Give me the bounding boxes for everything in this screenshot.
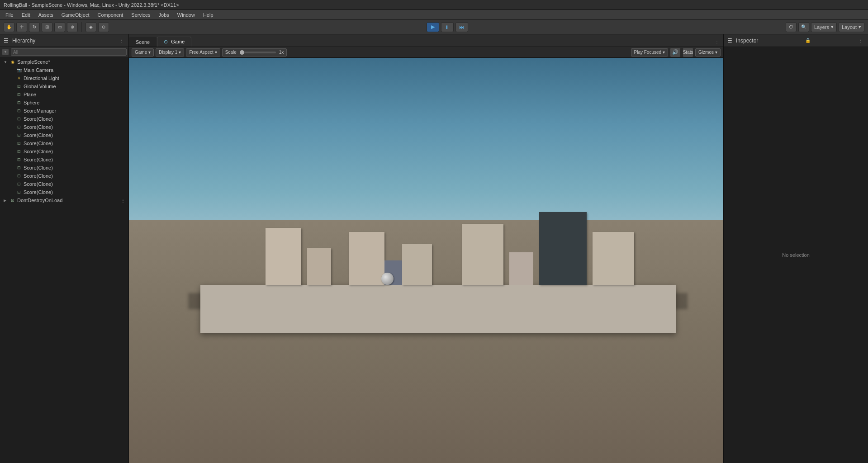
hierarchy-item-dont-destroy[interactable]: ▶ ⊡ DontDestroyOnLoad ⋮: [0, 196, 128, 204]
display-dropdown[interactable]: Game ▾: [132, 48, 154, 57]
scene-box-1: [266, 228, 301, 284]
obj-icon: ⊡: [9, 197, 16, 203]
menu-jobs[interactable]: Jobs: [155, 11, 173, 19]
layers-dropdown[interactable]: Layers ▾: [811, 22, 837, 32]
stats-label: Stats: [683, 50, 693, 55]
hierarchy-item-score-clone-2[interactable]: ⊡ Score(Clone): [0, 123, 128, 131]
scene-icon: ◉: [9, 59, 16, 65]
hierarchy-item-main-camera[interactable]: 📷 Main Camera: [0, 66, 128, 74]
hierarchy-search[interactable]: [11, 48, 127, 56]
obj-icon: ⊡: [16, 108, 22, 114]
tab-scene[interactable]: Scene: [129, 37, 157, 47]
collab-btn[interactable]: ⏱: [786, 22, 797, 32]
scale-slider[interactable]: [240, 52, 276, 53]
scene-box-8: [539, 212, 587, 285]
stats-btn[interactable]: Stats: [683, 47, 693, 57]
hierarchy-item-score-clone-4[interactable]: ⊡ Score(Clone): [0, 139, 128, 147]
menu-help[interactable]: Help: [199, 11, 217, 19]
menu-edit[interactable]: Edit: [18, 11, 34, 19]
hierarchy-add-btn[interactable]: +: [2, 48, 9, 56]
dropdown-arrow-icon: ▾: [215, 50, 217, 55]
hierarchy-item-score-manager[interactable]: ⊡ ScoreManager: [0, 107, 128, 115]
menu-component[interactable]: Component: [94, 11, 127, 19]
scene-box-3: [349, 232, 384, 284]
hierarchy-item-score-clone-8[interactable]: ⊡ Score(Clone): [0, 172, 128, 180]
tab-game[interactable]: ⊙ Game: [157, 37, 191, 47]
hierarchy-item-score-clone-6[interactable]: ⊡ Score(Clone): [0, 156, 128, 164]
hierarchy-item-global-volume[interactable]: ⊡ Global Volume: [0, 82, 128, 90]
inspector-menu-btn[interactable]: ⋮: [857, 37, 864, 44]
item-label: Main Camera: [24, 67, 53, 73]
hierarchy-content: ▼ ◉ SampleScene* 📷 Main Camera ☀ Directi…: [0, 57, 128, 463]
hierarchy-panel: ☰ Hierarchy ⋮ + ▼ ◉ SampleScene* 📷 Main …: [0, 34, 129, 463]
item-label: Score(Clone): [24, 141, 53, 146]
expand-arrow-icon: ▶: [4, 198, 8, 203]
search-btn[interactable]: 🔍: [798, 22, 809, 32]
hierarchy-menu-btn[interactable]: ⋮: [118, 37, 125, 44]
menu-window[interactable]: Window: [174, 11, 199, 19]
view-menu-btn[interactable]: ⋮: [713, 39, 721, 47]
display1-label: Display 1: [159, 50, 177, 55]
hierarchy-item-sphere[interactable]: ⊡ Sphere: [0, 99, 128, 107]
hierarchy-item-plane[interactable]: ⊡ Plane: [0, 90, 128, 99]
play-focused-btn[interactable]: Play Focused ▾: [631, 48, 669, 57]
play-focused-label: Play Focused: [634, 50, 662, 55]
pause-button[interactable]: ⏸: [441, 22, 454, 32]
scene-box-9: [593, 232, 634, 284]
menu-gameobject[interactable]: GameObject: [58, 11, 93, 19]
obj-icon: ⊡: [16, 132, 22, 138]
transform-tool-btn[interactable]: ⊕: [67, 22, 78, 32]
scale-label: Scale: [225, 50, 237, 55]
item-label: Score(Clone): [24, 181, 53, 187]
menu-services[interactable]: Services: [128, 11, 154, 19]
hierarchy-item-score-clone-5[interactable]: ⊡ Score(Clone): [0, 147, 128, 156]
item-label: Global Volume: [24, 84, 56, 89]
layout-dropdown[interactable]: Layout ▾: [839, 22, 864, 32]
obj-icon: ⊡: [16, 140, 22, 146]
dropdown-arrow-icon: ▾: [148, 50, 151, 55]
item-label: Score(Clone): [24, 165, 53, 170]
play-button[interactable]: ▶: [427, 22, 439, 32]
menu-bar: File Edit Assets GameObject Component Se…: [0, 10, 868, 20]
item-menu-btn[interactable]: ⋮: [119, 197, 127, 204]
global-btn[interactable]: ⊙: [98, 22, 109, 32]
hierarchy-item-dir-light[interactable]: ☀ Directional Light: [0, 74, 128, 82]
rotate-tool-btn[interactable]: ↻: [29, 22, 40, 32]
obj-icon: ⊡: [16, 165, 22, 171]
obj-icon: ⊡: [16, 116, 22, 122]
inspector-lock-btn[interactable]: 🔒: [804, 37, 811, 44]
scale-tool-btn[interactable]: ⊞: [42, 22, 52, 32]
rect-tool-btn[interactable]: ▭: [54, 22, 65, 32]
scale-value: 1x: [279, 50, 284, 55]
hierarchy-item-score-clone-1[interactable]: ⊡ Score(Clone): [0, 115, 128, 123]
move-tool-btn[interactable]: ✛: [16, 22, 27, 32]
item-label: Directional Light: [24, 76, 59, 81]
hierarchy-item-score-clone-9[interactable]: ⊡ Score(Clone): [0, 180, 128, 188]
layout-arrow-icon: ▾: [859, 24, 861, 30]
hierarchy-item-score-clone-10[interactable]: ⊡ Score(Clone): [0, 188, 128, 196]
audio-btn[interactable]: 🔊: [670, 47, 681, 57]
item-label: Score(Clone): [24, 157, 53, 162]
obj-icon: ⊡: [16, 189, 22, 195]
menu-assets[interactable]: Assets: [35, 11, 57, 19]
aspect-dropdown[interactable]: Free Aspect ▾: [186, 48, 220, 57]
hierarchy-item-score-clone-3[interactable]: ⊡ Score(Clone): [0, 131, 128, 139]
step-button[interactable]: ⏭: [455, 22, 468, 32]
inspector-panel: ☰ Inspector 🔒 ⋮ No selection: [723, 34, 868, 463]
toolbar: ✋ ✛ ↻ ⊞ ▭ ⊕ ◈ ⊙ ▶ ⏸ ⏭ ⏱ 🔍 Layers ▾ Layou…: [0, 20, 868, 34]
item-label: Sphere: [24, 100, 39, 105]
toolbar-sep-1: [81, 22, 82, 32]
item-label: Score(Clone): [24, 124, 53, 130]
item-label: Score(Clone): [24, 116, 53, 122]
display1-dropdown[interactable]: Display 1 ▾: [156, 48, 184, 57]
pivot-btn[interactable]: ◈: [85, 22, 96, 32]
menu-file[interactable]: File: [2, 11, 17, 19]
hierarchy-item-score-clone-7[interactable]: ⊡ Score(Clone): [0, 164, 128, 172]
hierarchy-scene[interactable]: ▼ ◉ SampleScene*: [0, 58, 128, 66]
hand-tool-btn[interactable]: ✋: [4, 22, 14, 32]
gizmos-btn[interactable]: Gizmos ▾: [695, 48, 721, 57]
scene-box-7: [509, 252, 533, 285]
item-label: Score(Clone): [24, 132, 53, 138]
scale-control[interactable]: Scale 1x: [222, 48, 287, 57]
stage-platform: [200, 285, 676, 334]
